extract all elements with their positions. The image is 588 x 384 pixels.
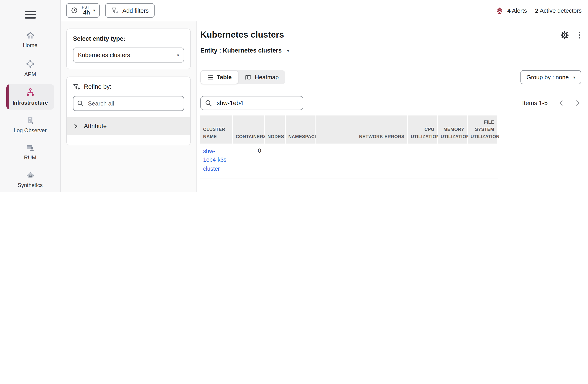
sidebar-item-apm[interactable]: APM <box>6 56 54 81</box>
page-previous-icon[interactable] <box>558 99 565 107</box>
alerts-count: 4 <box>507 7 510 14</box>
sidebar-item-label: RUM <box>24 154 37 161</box>
entity-selector[interactable]: Entity : Kubernetes clusters ▾ <box>200 47 289 54</box>
view-toggle-heatmap-label: Heatmap <box>255 74 279 81</box>
entity-type-value: Kubernetes clusters <box>78 52 130 58</box>
list-icon <box>207 74 213 80</box>
sidebar-item-log-observer[interactable]: Log Observer <box>6 113 54 137</box>
entity-type-panel: Select entity type: Kubernetes clusters … <box>66 29 191 69</box>
sidebar-item-label: Infrastructure <box>12 99 48 106</box>
clock-icon <box>71 7 78 14</box>
time-range-value: -4h <box>81 10 90 16</box>
page-kebab-menu-icon[interactable] <box>578 31 581 39</box>
severity-chevrons-icon <box>496 7 504 14</box>
column-header-namespace[interactable]: NAMESPACE <box>286 115 315 144</box>
table-row: shw-1eb4-k3s-cluster 0 <box>200 144 498 178</box>
home-icon <box>26 32 35 40</box>
timezone-label: PST <box>82 5 89 9</box>
column-header-containers[interactable]: CONTAINERS <box>233 115 264 144</box>
column-header-cpu-utilization[interactable]: CPU UTILIZATION <box>408 115 437 144</box>
chevron-down-icon: ▾ <box>93 8 95 13</box>
sidebar-item-label: APM <box>24 70 36 78</box>
chevron-right-icon <box>73 123 78 129</box>
refine-by-panel: Refine by: Attribute <box>66 77 191 145</box>
sidebar: Home APM Infrastructure Log Observer RUM <box>0 0 61 192</box>
page-next-icon[interactable] <box>574 99 581 107</box>
log-observer-icon <box>26 116 35 125</box>
detectors-label: Active detectors <box>540 7 582 14</box>
refine-search-box <box>73 96 184 111</box>
view-toggle-table[interactable]: Table <box>200 70 238 84</box>
detectors-count: 2 <box>535 7 538 14</box>
rum-icon <box>26 144 35 152</box>
chevron-down-icon: ▾ <box>573 75 575 79</box>
map-icon <box>245 74 252 80</box>
cluster-name-link[interactable]: shw-1eb4-k3s-cluster <box>200 144 232 178</box>
cluster-search-input[interactable] <box>216 99 299 107</box>
alerts-label: Alerts <box>512 7 527 14</box>
view-toggle: Table Heatmap <box>200 70 285 84</box>
search-icon <box>77 100 84 107</box>
column-header-file-system-utilization[interactable]: FILE SYSTEM UTILIZATION <box>468 115 497 144</box>
app-root: Home APM Infrastructure Log Observer RUM <box>0 0 588 192</box>
entity-selector-label: Entity : Kubernetes clusters <box>200 47 282 54</box>
main-content: Kubernetes clusters Entity : Kubernetes … <box>197 21 588 192</box>
column-header-memory-utilization[interactable]: MEMORY UTILIZATION <box>438 115 467 144</box>
column-header-network-errors[interactable]: NETWORK ERRORS <box>315 115 407 144</box>
sidebar-item-rum[interactable]: RUM <box>6 140 54 164</box>
sidebar-item-label: Home <box>23 42 37 49</box>
apm-icon <box>26 59 35 68</box>
page-settings-gear-icon[interactable] <box>560 31 569 39</box>
refine-by-label: Refine by: <box>84 83 111 90</box>
column-header-nodes[interactable]: NODES <box>265 115 285 144</box>
time-range-picker[interactable]: PST -4h ▾ <box>66 3 100 18</box>
items-range-label: Items 1-5 <box>522 100 548 106</box>
sidebar-item-home[interactable]: Home <box>6 28 54 52</box>
entity-type-label: Select entity type: <box>73 35 184 42</box>
filter-plus-icon <box>73 84 80 90</box>
group-by-select[interactable]: Group by : none ▾ <box>521 70 581 84</box>
refine-search-input[interactable] <box>87 100 180 107</box>
sidebar-item-label: Synthetics <box>18 182 43 189</box>
synthetics-robot-icon <box>26 172 35 180</box>
filter-plus-icon <box>111 7 119 14</box>
filter-column: Select entity type: Kubernetes clusters … <box>61 21 197 192</box>
add-filters-button[interactable]: Add filters <box>105 3 155 18</box>
attribute-label: Attribute <box>84 123 107 130</box>
containers-value: 0 <box>233 144 264 178</box>
add-filters-label: Add filters <box>122 7 149 14</box>
topbar-status: 4 Alerts 2 Active detectors <box>496 7 582 14</box>
attribute-expander[interactable]: Attribute <box>67 117 190 135</box>
table-header: CLUSTER NAME CONTAINERS NODES NAMESPACE … <box>200 115 498 144</box>
active-detectors-indicator[interactable]: 2 Active detectors <box>535 7 582 14</box>
page-title: Kubernetes clusters <box>200 30 284 40</box>
chevron-down-icon: ▾ <box>177 53 179 57</box>
search-icon <box>205 99 212 107</box>
view-toggle-table-label: Table <box>217 74 232 81</box>
view-toggle-heatmap[interactable]: Heatmap <box>238 70 285 84</box>
sidebar-item-synthetics[interactable]: Synthetics <box>6 168 54 192</box>
sidebar-item-label: Log Observer <box>14 127 46 134</box>
hamburger-menu-icon[interactable] <box>25 9 36 20</box>
sidebar-item-infrastructure[interactable]: Infrastructure <box>6 84 54 109</box>
group-by-value: Group by : none <box>526 74 568 81</box>
infrastructure-icon <box>26 88 35 97</box>
alerts-indicator[interactable]: 4 Alerts <box>496 7 527 14</box>
top-bar: PST -4h ▾ Add filters 4 Alerts 2 Active … <box>61 0 588 21</box>
entity-type-select[interactable]: Kubernetes clusters ▾ <box>73 48 184 62</box>
column-header-cluster-name[interactable]: CLUSTER NAME <box>200 115 232 144</box>
chevron-down-icon: ▾ <box>287 48 289 53</box>
cluster-search-box <box>200 96 303 110</box>
clusters-table: CLUSTER NAME CONTAINERS NODES NAMESPACE … <box>200 115 498 178</box>
